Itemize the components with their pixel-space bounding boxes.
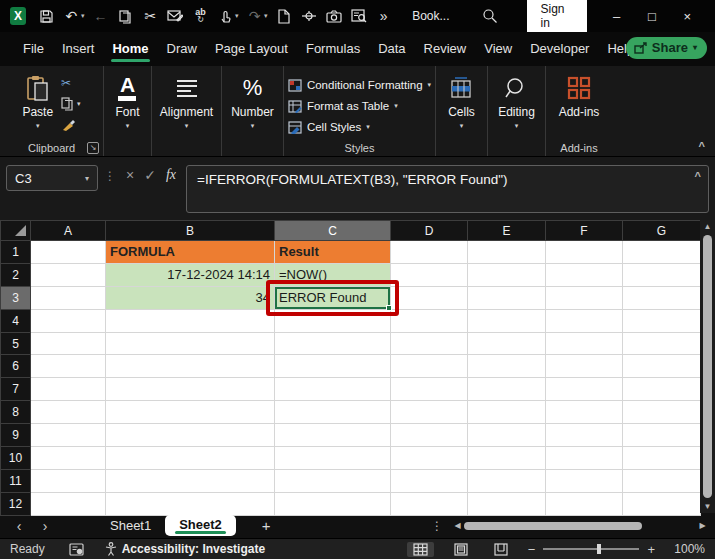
cell-B3[interactable]: 34 <box>106 286 275 309</box>
cell-E3[interactable] <box>468 286 546 309</box>
row-header-4[interactable]: 4 <box>1 309 31 332</box>
zoom-slider[interactable] <box>543 548 639 550</box>
minimize-button[interactable]: – <box>599 9 634 24</box>
cell[interactable] <box>106 492 275 515</box>
editing-button[interactable]: Editing ▾ <box>498 72 535 156</box>
sheet-bar-dots-icon[interactable]: ⋮ <box>431 519 443 533</box>
zoom-slider-thumb[interactable] <box>597 544 601 554</box>
copy-icon[interactable] <box>113 5 138 27</box>
cell-E1[interactable] <box>468 241 546 264</box>
cell[interactable] <box>275 492 391 515</box>
cell[interactable] <box>546 447 623 470</box>
confirm-entry-icon[interactable]: ✓ <box>144 167 156 183</box>
cell[interactable] <box>391 309 468 332</box>
cell[interactable] <box>391 469 468 492</box>
cancel-entry-icon[interactable]: × <box>126 167 134 183</box>
tab-page-layout[interactable]: Page Layout <box>206 34 297 64</box>
cell[interactable] <box>468 447 546 470</box>
cell[interactable] <box>623 332 701 355</box>
cell-A2[interactable] <box>31 263 106 286</box>
cell[interactable] <box>391 378 468 401</box>
touch-mode-chevron-icon[interactable]: ▾ <box>235 12 242 20</box>
fill-handle[interactable] <box>386 305 392 311</box>
alignment-button[interactable]: Alignment ▾ <box>160 72 213 156</box>
overflow-icon[interactable]: » <box>371 5 396 27</box>
cell-G3[interactable] <box>623 286 701 309</box>
cell[interactable] <box>468 332 546 355</box>
cell-G1[interactable] <box>623 241 701 264</box>
cell[interactable] <box>391 355 468 378</box>
cell[interactable] <box>623 355 701 378</box>
cut-icon[interactable]: ✂ <box>138 5 163 27</box>
maximize-button[interactable]: □ <box>634 9 669 24</box>
cell[interactable] <box>106 424 275 447</box>
column-header-A[interactable]: A <box>31 221 106 241</box>
sheet-tab-sheet2[interactable]: Sheet2 <box>165 515 236 536</box>
cell[interactable] <box>546 332 623 355</box>
copy-button[interactable]: ▾ <box>61 95 81 112</box>
cell-C2[interactable]: =NOW() <box>275 263 391 286</box>
accessibility-icon[interactable] <box>104 542 118 556</box>
formula-bar-expand-icon[interactable]: ^ <box>695 170 701 182</box>
column-header-E[interactable]: E <box>468 221 546 241</box>
horizontal-scrollbar[interactable]: ◀ ▶ <box>451 521 709 531</box>
add-sheet-button[interactable]: + <box>262 517 271 534</box>
cell[interactable] <box>468 309 546 332</box>
cell[interactable] <box>106 401 275 424</box>
clipboard-dialog-launcher-icon[interactable]: ↘ <box>87 142 99 154</box>
tab-formulas[interactable]: Formulas <box>297 34 369 64</box>
horizontal-scrollbar-thumb[interactable] <box>464 522 642 530</box>
cell-styles-button[interactable]: Cell Styles ▾ <box>288 118 431 136</box>
cell-E2[interactable] <box>468 263 546 286</box>
cell[interactable] <box>106 447 275 470</box>
cell[interactable] <box>275 332 391 355</box>
cell[interactable] <box>275 424 391 447</box>
cell[interactable] <box>623 424 701 447</box>
cell[interactable] <box>468 492 546 515</box>
camera-icon[interactable] <box>321 5 346 27</box>
cell[interactable] <box>31 332 106 355</box>
cell-F2[interactable] <box>546 263 623 286</box>
cells-button[interactable]: Cells ▾ <box>448 72 475 156</box>
copy-chevron-icon[interactable]: ▾ <box>77 100 81 108</box>
cell[interactable] <box>623 447 701 470</box>
column-header-C[interactable]: C <box>275 221 391 241</box>
cell[interactable] <box>546 355 623 378</box>
zoom-level[interactable]: 100% <box>669 542 705 556</box>
cell-B2[interactable]: 17-12-2024 14:14 <box>106 263 275 286</box>
new-file-icon[interactable] <box>271 5 296 27</box>
row-header-2[interactable]: 2 <box>1 263 31 286</box>
cell[interactable] <box>106 332 275 355</box>
scroll-right-icon[interactable]: ▶ <box>696 521 709 530</box>
cell[interactable] <box>623 309 701 332</box>
tab-view[interactable]: View <box>475 34 521 64</box>
sign-in-button[interactable]: Sign in <box>527 0 587 34</box>
cell[interactable] <box>468 378 546 401</box>
row-header-10[interactable]: 10 <box>1 447 31 470</box>
normal-view-button[interactable] <box>407 542 434 557</box>
cell[interactable] <box>275 355 391 378</box>
cell-C1[interactable]: Result <box>275 241 391 264</box>
cell-A1[interactable] <box>31 241 106 264</box>
cell[interactable] <box>391 401 468 424</box>
search-icon[interactable] <box>478 5 503 27</box>
cell-D3[interactable] <box>391 286 468 309</box>
cell[interactable] <box>275 309 391 332</box>
cell[interactable] <box>468 469 546 492</box>
cell[interactable] <box>106 469 275 492</box>
cell[interactable] <box>391 332 468 355</box>
collapse-ribbon-icon[interactable]: ^ <box>699 140 705 152</box>
vertical-scrollbar-thumb[interactable] <box>703 235 712 498</box>
page-layout-view-button[interactable] <box>448 542 474 557</box>
tab-review[interactable]: Review <box>415 34 476 64</box>
zoom-out-button[interactable]: − <box>528 542 536 557</box>
cell-F1[interactable] <box>546 241 623 264</box>
vertical-scrollbar[interactable]: ▲ ▼ <box>700 220 715 513</box>
sheet-nav-left-icon[interactable]: ‹ <box>6 518 32 534</box>
cells-chevron-icon[interactable]: ▾ <box>460 122 464 130</box>
row-header-5[interactable]: 5 <box>1 332 31 355</box>
cell[interactable] <box>546 378 623 401</box>
scroll-left-icon[interactable]: ◀ <box>451 521 464 530</box>
column-header-G[interactable]: G <box>623 221 701 241</box>
cell[interactable] <box>31 492 106 515</box>
